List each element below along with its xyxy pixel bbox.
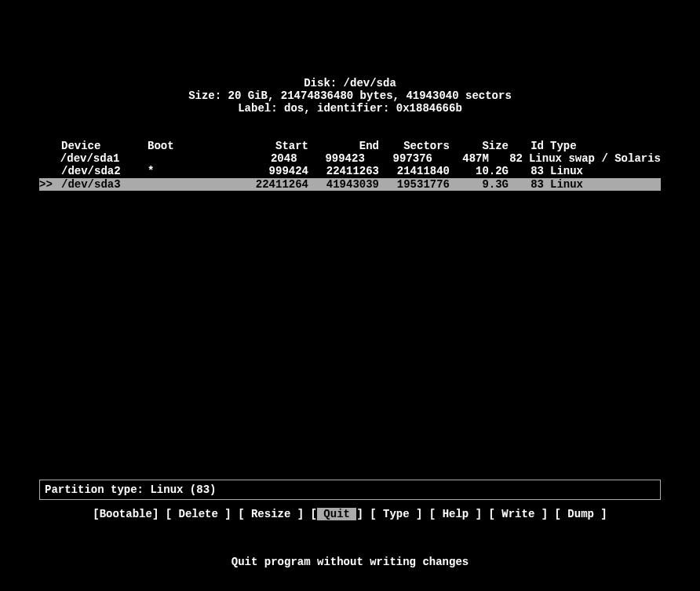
col-end-header: End [308,140,379,152]
row-end: 41943039 [308,178,379,191]
row-pointer [39,152,60,165]
row-type: Linux [544,165,661,177]
disk-header: Disk: /dev/sda Size: 20 GiB, 21474836480… [39,0,661,115]
row-start: 22411264 [199,178,308,191]
menu-help-button[interactable]: [ Help ] [429,508,482,520]
row-id: 83 [509,165,544,177]
action-menu: [Bootable] [ Delete ] [ Resize ] [ Quit … [39,508,661,520]
status-box: Partition type: Linux (83) [39,480,661,501]
partition-table: Device Boot Start End Sectors Size Id Ty… [39,140,661,190]
row-start: 2048 [191,152,297,165]
row-sectors: 21411840 [379,165,450,177]
partition-row[interactable]: /dev/sda12048999423997376487M82Linux swa… [39,152,661,165]
menu-type-button[interactable]: [ Type ] [370,508,422,520]
menu-write-button[interactable]: [ Write ] [488,508,548,520]
row-end: 999423 [297,152,365,165]
row-boot [143,152,191,165]
menu-delete-button[interactable]: [ Delete ] [166,508,232,520]
col-id-header: Id [509,140,544,152]
row-id: 82 [489,152,523,165]
row-type: Linux swap / Solaris [523,152,661,165]
col-type-header: Type [544,140,661,152]
col-boot-header: Boot [148,140,199,152]
disk-size: Size: 20 GiB, 21474836480 bytes, 4194304… [39,89,661,102]
table-header: Device Boot Start End Sectors Size Id Ty… [39,140,661,152]
menu-quit-button[interactable]: [ Quit ] [311,508,363,520]
row-start: 999424 [199,165,308,177]
row-boot: * [148,165,199,177]
row-boot [148,178,199,191]
row-device: /dev/sda3 [61,178,148,191]
col-size-header: Size [450,140,509,152]
row-size: 10.2G [450,165,509,177]
col-device-header: Device [61,140,148,152]
col-start-header: Start [199,140,308,152]
disk-label: Label: dos, identifier: 0x1884666b [39,102,661,115]
row-sectors: 997376 [365,152,432,165]
menu-resize-button[interactable]: [ Resize ] [238,508,304,520]
row-pointer: >> [39,178,61,191]
row-device: /dev/sda1 [60,152,143,165]
menu-bootable-button[interactable]: [Bootable] [93,508,159,520]
row-pointer [39,165,61,177]
disk-title: Disk: /dev/sda [39,77,661,89]
row-type: Linux [544,178,661,191]
row-id: 83 [509,178,544,191]
hint-text: Quit program without writing changes [39,556,661,568]
menu-dump-button[interactable]: [ Dump ] [555,508,607,520]
row-sectors: 19531776 [379,178,450,191]
row-size: 487M [432,152,489,165]
col-sectors-header: Sectors [379,140,450,152]
status-text: Partition type: Linux (83) [45,483,216,496]
row-device: /dev/sda2 [61,165,148,177]
partition-row[interactable]: /dev/sda2*999424224112632141184010.2G83L… [39,165,661,177]
row-end: 22411263 [308,165,379,177]
row-size: 9.3G [450,178,509,191]
col-pointer-header [39,140,61,152]
partition-row[interactable]: >>/dev/sda32241126441943039195317769.3G8… [39,178,661,191]
